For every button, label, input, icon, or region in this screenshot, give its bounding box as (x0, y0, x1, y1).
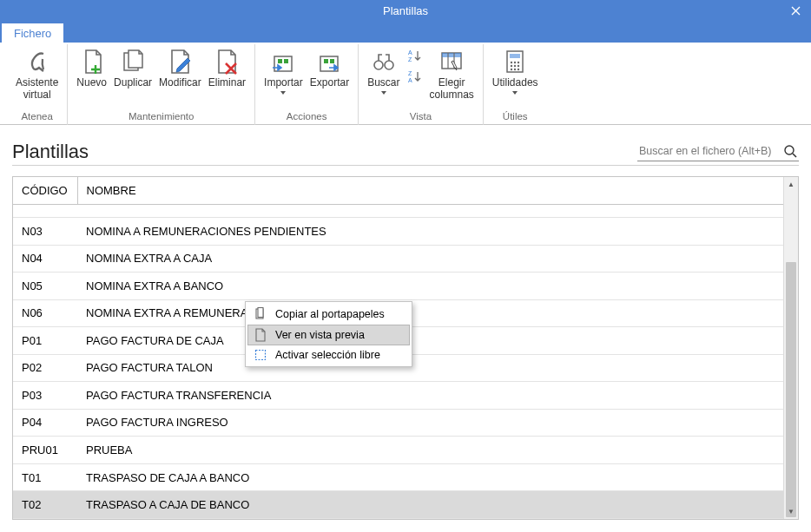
ribbon-tabstrip: Fichero (0, 21, 811, 43)
clipboard-icon (253, 307, 268, 321)
svg-point-7 (385, 61, 393, 69)
eliminar-button[interactable]: Eliminar (205, 44, 249, 107)
scroll-down-icon: ▼ (784, 504, 798, 519)
ribbon-group-utiles: Utilidades Útiles (484, 44, 547, 125)
svg-rect-28 (256, 351, 266, 360)
sort-buttons: A Z Z A (404, 44, 426, 107)
delete-doc-icon (214, 46, 240, 77)
svg-point-17 (514, 62, 516, 63)
duplicar-label: Duplicar (114, 77, 152, 89)
svg-point-22 (511, 69, 512, 70)
sort-asc-icon: A Z (407, 49, 423, 62)
svg-rect-2 (284, 59, 288, 63)
svg-rect-0 (274, 56, 292, 71)
svg-rect-13 (442, 53, 461, 57)
assistant-label: Asistente virtual (16, 77, 58, 102)
table-row[interactable]: PRU01PRUEBA (13, 437, 783, 464)
table-row[interactable]: N03NOMINA A REMUNERACIONES PENDIENTES (13, 218, 783, 246)
cell-codigo: T02 (13, 491, 77, 519)
edit-doc-icon (167, 46, 193, 77)
svg-rect-1 (278, 59, 282, 63)
dropdown-icon (280, 91, 286, 95)
cell-nombre: PAGO FACTURA DE CAJA (77, 327, 783, 355)
search-box (637, 142, 799, 161)
close-button[interactable] (780, 0, 811, 21)
sort-asc-button[interactable]: A Z (406, 46, 425, 65)
ctx-copy-clipboard[interactable]: Copiar al portapapeles (247, 304, 410, 325)
scrollbar-thumb[interactable] (786, 262, 796, 517)
new-doc-icon (79, 46, 105, 77)
cell-nombre: PRUEBA (77, 437, 783, 464)
search-input[interactable] (637, 144, 776, 158)
col-header-codigo[interactable]: CÓDIGO (13, 177, 77, 205)
table-row[interactable]: P03PAGO FACTURA TRANSFERENCIA (13, 382, 783, 410)
svg-point-25 (785, 146, 794, 154)
svg-text:A: A (408, 77, 412, 83)
modificar-button[interactable]: Modificar (155, 44, 205, 107)
cell-codigo: N04 (13, 245, 77, 273)
cell-nombre: PAGO FACTURA TRANSFERENCIA (77, 382, 783, 410)
ribbon: Asistente virtual Atenea Nuevo (0, 43, 811, 125)
ctx-item-label: Copiar al portapapeles (275, 308, 385, 320)
scrollbar-vertical[interactable]: ▲ ▼ (783, 177, 798, 519)
utilidades-button[interactable]: Utilidades (489, 44, 542, 107)
cell-codigo: P02 (13, 354, 77, 382)
svg-point-23 (514, 69, 516, 70)
assistant-button[interactable]: Asistente virtual (12, 44, 62, 107)
cell-codigo: P04 (13, 409, 77, 437)
table-row[interactable]: N05NOMINA EXTRA A BANCO (13, 273, 783, 300)
search-button[interactable] (781, 142, 799, 160)
svg-point-6 (374, 61, 383, 69)
buscar-button[interactable]: Buscar (364, 44, 403, 107)
export-icon (317, 46, 341, 77)
importar-label: Importar (264, 77, 303, 89)
columns-icon (439, 46, 464, 77)
preview-icon (253, 328, 268, 342)
ctx-free-selection[interactable]: Activar selección libre (247, 345, 410, 365)
grid-header-row: CÓDIGO NOMBRE (13, 177, 783, 205)
col-header-nombre[interactable]: NOMBRE (77, 177, 783, 205)
elegir-columnas-label: Elegir columnas (430, 77, 474, 102)
svg-rect-4 (324, 59, 328, 63)
svg-rect-5 (330, 59, 334, 63)
svg-point-20 (514, 65, 516, 67)
svg-text:Z: Z (408, 70, 412, 76)
sort-desc-icon: Z A (407, 69, 423, 83)
nuevo-label: Nuevo (76, 77, 107, 89)
duplicar-button[interactable]: Duplicar (110, 44, 155, 107)
table-row[interactable]: T01TRASPASO DE CAJA A BANCO (13, 463, 783, 491)
table-row[interactable]: P04PAGO FACTURA INGRESO (13, 409, 783, 437)
tab-fichero[interactable]: Fichero (2, 23, 63, 43)
binoculars-icon (372, 46, 396, 77)
cell-nombre: NOMINA EXTRA A BANCO (77, 273, 783, 300)
cell-codigo: N03 (13, 218, 77, 246)
cell-nombre: PAGO FACTURA TALON (77, 354, 783, 382)
duplicate-icon (120, 46, 146, 77)
cell-nombre: PAGO FACTURA INGRESO (77, 409, 783, 437)
sort-desc-button[interactable]: Z A (406, 67, 425, 86)
cell-codigo: N05 (13, 273, 77, 300)
ctx-preview[interactable]: Ver en vista previa (247, 325, 410, 345)
group-label-vista: Vista (410, 109, 432, 125)
ctx-item-label: Ver en vista previa (275, 329, 365, 341)
svg-point-16 (511, 62, 512, 63)
svg-text:Z: Z (408, 56, 412, 62)
svg-text:A: A (408, 49, 412, 56)
scroll-up-icon: ▲ (784, 177, 798, 192)
context-menu: Copiar al portapapeles Ver en vista prev… (245, 301, 412, 367)
ribbon-group-atenea: Asistente virtual Atenea (7, 44, 68, 125)
table-row[interactable]: N04NOMINA EXTRA A CAJA (13, 245, 783, 273)
table-row[interactable]: T02TRASPASO A CAJA DE BANCO (13, 491, 783, 519)
importar-button[interactable]: Importar (260, 44, 307, 107)
exportar-label: Exportar (310, 77, 349, 89)
exportar-button[interactable]: Exportar (307, 44, 353, 107)
page-header: Plantillas (12, 141, 799, 166)
cell-nombre: NOMINA EXTRA A REMUNERACIONES PTES (77, 299, 783, 327)
group-label-atenea: Atenea (21, 109, 52, 125)
cell-codigo: P03 (13, 382, 77, 410)
elegir-columnas-button[interactable]: Elegir columnas (426, 44, 478, 107)
nuevo-button[interactable]: Nuevo (73, 44, 110, 107)
cell-codigo: T01 (13, 463, 77, 491)
alpha-icon (24, 46, 50, 77)
cell-nombre: TRASPASO DE CAJA A BANCO (77, 463, 783, 491)
